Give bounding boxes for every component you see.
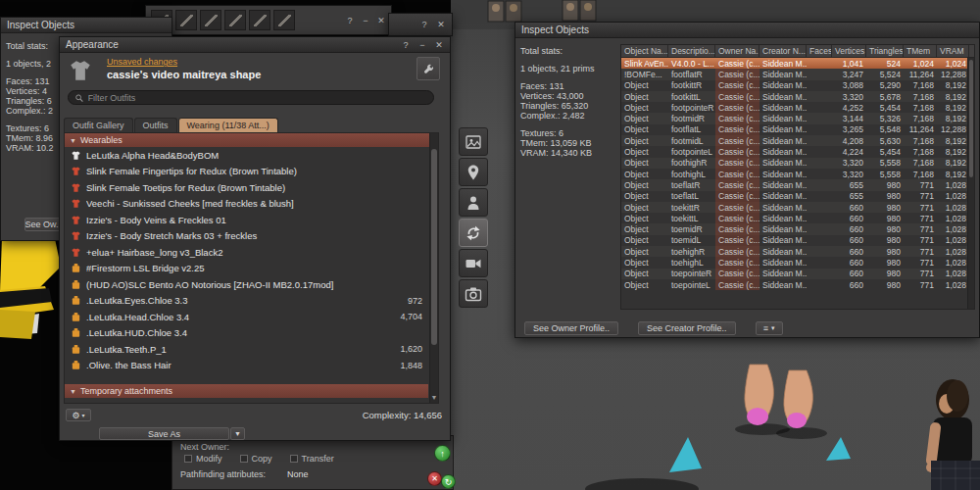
checkbox-box[interactable] [290,455,298,463]
foot-mesh-right[interactable] [784,370,812,428]
wearing-item[interactable]: .LeLutka.Head.Chloe 3.44,704 [65,309,438,325]
scroll-down-arrow[interactable]: ▼ [430,393,438,403]
table-row[interactable]: ObjecttoehighLCassie (c...Siddean M...66… [621,257,974,268]
wearing-item[interactable]: .LeLutka.Eyes.Chloe 3.3972 [65,293,438,310]
table-row[interactable]: ObjecttoeflatLCassie (c...Siddean M...65… [621,191,974,202]
refresh-button[interactable]: ↻ [441,474,456,489]
column-header[interactable]: Creator N... [760,45,807,57]
table-row[interactable]: ObjecttoeflatRCassie (c...Siddean M...65… [621,179,974,190]
wearing-item[interactable]: Izzie's - Body Stretch Marks 03 + freckl… [65,228,438,245]
wearing-item[interactable]: .LeLutka.Teeth.P_11,620 [65,341,438,358]
close-button[interactable]: ✕ [436,19,446,30]
column-header[interactable]: TMem [904,45,937,57]
toolbar-slot-icon[interactable] [224,10,246,30]
table-row[interactable]: ObjecttoehighRCassie (c...Siddean M...66… [621,246,974,257]
help-button[interactable]: ? [345,15,355,26]
wearing-item[interactable]: Veechi - Sunkissed Cheeks [med freckles … [65,196,438,213]
toolbar-slot-icon[interactable] [249,10,270,30]
filter-outfits-input[interactable] [88,93,427,103]
see-owner-profile-button[interactable]: See Owner Profile.. [524,321,618,335]
picture-button[interactable] [459,127,488,156]
table-row[interactable]: !BOMFe...footflatRCassie (c...Siddean M.… [621,69,974,79]
wearing-item[interactable]: Izzie's - Body Veins & Freckles 01 [65,212,438,228]
close-button[interactable]: ✕ [376,15,386,26]
wearing-item[interactable]: Slink Female Fingertips for Redux (Brown… [65,164,438,180]
wearing-item[interactable]: LeLutka Alpha Head&BodyBOM [65,147,438,164]
see-creator-profile-button[interactable]: See Creator Profile.. [638,321,736,335]
wearing-item[interactable]: +elua+ Hairbase_long v3_Black2 [65,244,438,261]
modify-checkbox[interactable]: Modify [184,454,222,464]
camera-button[interactable] [459,279,488,308]
gear-menu-button[interactable]: ⚙▾ [66,409,91,421]
temporary-attachments-header[interactable]: ▼ Temporary attachments [65,384,428,398]
column-header[interactable]: Triangles [866,45,904,57]
table-row[interactable]: ObjectfoothighRCassie (c...Siddean M...3… [621,158,974,169]
table-row[interactable]: ObjectfootpointeRCassie (c...Siddean M..… [621,102,974,113]
wearing-item[interactable]: Slink Female Toetips for Redux (Brown Ti… [65,179,438,196]
tab-outfit-gallery[interactable]: Outfit Gallery [64,118,133,132]
minimize-button[interactable]: − [417,39,427,51]
table-row[interactable]: Slink AvEn...V4.0.0 - L...Cassie (c...Si… [621,58,974,69]
column-header[interactable]: Descriptio... [668,45,715,57]
avatar[interactable] [925,379,980,490]
column-header[interactable]: Owner Na... [715,45,760,57]
minimize-button[interactable]: − [361,15,370,26]
scrollbar-thumb[interactable] [969,60,973,177]
wearing-item[interactable]: .Olive. the Bass Hair1,848 [65,358,438,374]
wearables-section-header[interactable]: ▼ Wearables [65,133,438,147]
window-titlebar[interactable]: Appearance ? − ✕ [60,37,450,53]
toolbar-slot-icon[interactable] [175,10,197,30]
table-row[interactable]: ObjectfootkittLCassie (c...Siddean M...3… [621,91,974,102]
tab-outfits[interactable]: Outfits [134,118,177,132]
table-row[interactable]: ObjectfootmidRCassie (c...Siddean M...3,… [621,113,974,123]
column-header[interactable]: Faces [807,45,832,57]
list-scrollbar[interactable]: ▼ [429,133,438,403]
sync-button[interactable] [459,219,488,247]
table-row[interactable]: ObjecttoemidRCassie (c...Siddean M...660… [621,223,974,234]
move-up-button[interactable]: ↑ [434,445,451,462]
table-row[interactable]: ObjectfootmidLCassie (c...Siddean M...4,… [621,135,974,146]
toolbar-slot-icon[interactable] [200,10,221,30]
stop-button[interactable]: ✕ [427,471,442,486]
see-owner-profile-button[interactable]: See Ow... [24,218,64,231]
scrollbar-thumb[interactable] [431,149,437,345]
window-titlebar[interactable]: Inspect Objects [515,23,979,38]
checkbox-box[interactable] [184,455,192,463]
table-row[interactable]: ObjectfootkittRCassie (c...Siddean M...3… [621,80,974,91]
map-pin-button[interactable] [459,158,488,186]
options-menu-button[interactable]: ≡▾ [756,321,783,335]
wearing-item[interactable]: #Firestorm LSL Bridge v2.25 [65,261,438,277]
wearing-item[interactable]: .LeLutka.HUD.Chloe 3.4 [65,325,438,342]
filter-outfits-search[interactable] [68,90,434,105]
camcorder-button[interactable] [459,249,488,277]
column-header[interactable]: VRAM [937,45,969,57]
help-button[interactable]: ? [401,39,411,51]
wearing-item[interactable]: (HUD AO)SLC Bento AO Notorious [ZHAO-II … [65,276,438,293]
column-header[interactable]: Object Na... [621,45,668,57]
tab-wearing[interactable]: Wearing (11/38 Att...) [178,118,278,132]
window-titlebar[interactable]: Inspect Objects [1,18,172,33]
toolbar-slot-icon[interactable] [273,10,295,30]
checkbox-box[interactable] [240,455,248,463]
save-as-button[interactable]: Save As [99,427,229,440]
yellow-object[interactable] [0,227,65,345]
transfer-checkbox[interactable]: Transfer [290,454,334,464]
table-row[interactable]: ObjectfoothighLCassie (c...Siddean M...3… [621,169,974,179]
unsaved-changes-link[interactable]: Unsaved changes [107,57,177,67]
help-button[interactable]: ? [419,19,429,30]
person-button[interactable] [459,188,488,217]
table-row[interactable]: ObjecttoekittLCassie (c...Siddean M...66… [621,213,974,223]
foot-mesh-left[interactable] [745,365,773,425]
table-row[interactable]: ObjecttoekittRCassie (c...Siddean M...66… [621,202,974,213]
close-button[interactable]: ✕ [434,39,444,51]
table-row[interactable]: ObjecttoemidLCassie (c...Siddean M...660… [621,235,974,246]
table-row[interactable]: ObjecttoepointeRCassie (c...Siddean M...… [621,269,974,279]
table-scrollbar[interactable] [967,58,974,309]
edit-outfit-button[interactable] [416,57,440,80]
table-row[interactable]: ObjecttoepointeLCassie (c...Siddean M...… [621,279,974,290]
table-row[interactable]: ObjectfootpointeLCassie (c...Siddean M..… [621,146,974,157]
table-row[interactable]: ObjectfootflatLCassie (c...Siddean M...3… [621,124,974,135]
copy-checkbox[interactable]: Copy [240,454,272,464]
save-as-dropdown-button[interactable]: ▼ [230,427,245,440]
column-header[interactable]: Vertices [832,45,866,57]
